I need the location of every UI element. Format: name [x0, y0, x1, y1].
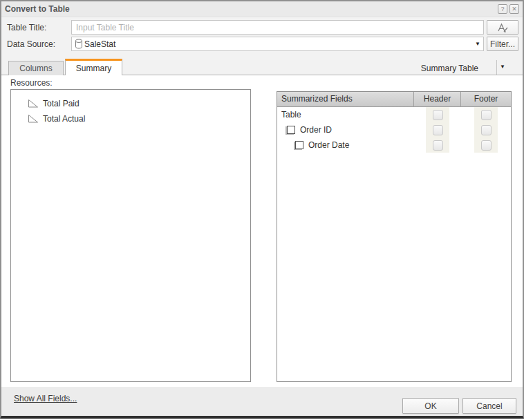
data-source-label: Data Source: [7, 39, 55, 49]
row-label: Order ID [300, 125, 332, 135]
dialog-title: Convert to Table [5, 4, 496, 14]
row-label-wrap: Order Date [277, 137, 414, 153]
row-label: Table [277, 107, 414, 122]
tab-summary[interactable]: Summary [65, 59, 122, 75]
field-checkbox[interactable] [295, 141, 303, 149]
resources-listbox: Total Paid Total Actual [10, 89, 251, 382]
header-checkbox[interactable] [433, 125, 443, 135]
measure-triangle-icon [28, 114, 39, 124]
title-bar: Convert to Table ? ✕ [1, 1, 523, 17]
header-checkbox[interactable] [433, 140, 443, 151]
table-title-label: Table Title: [7, 23, 46, 32]
header-checkbox[interactable] [433, 110, 443, 120]
show-all-fields-link[interactable]: Show All Fields... [14, 394, 77, 403]
ok-button[interactable]: OK [402, 398, 459, 414]
footer-checkbox[interactable] [481, 125, 492, 135]
header-cell-band [426, 107, 449, 122]
convert-to-table-dialog: Convert to Table ? ✕ Table Title: Data S… [0, 0, 524, 419]
summary-type-dropdown-icon[interactable]: ▼ [500, 64, 505, 70]
row-label: Order Date [308, 140, 349, 150]
cancel-button[interactable]: Cancel [462, 398, 516, 414]
header-cell-band [426, 122, 449, 137]
summary-type-separator [496, 60, 497, 75]
filter-button[interactable]: Filter... [487, 37, 518, 51]
table-row: Order Date [277, 137, 511, 153]
field-checkbox[interactable] [287, 126, 295, 134]
footer-cell-band [474, 107, 498, 122]
resource-item[interactable]: Total Paid [28, 96, 250, 111]
tab-columns[interactable]: Columns [8, 61, 64, 75]
resources-label: Resources: [10, 78, 53, 88]
data-source-combobox[interactable]: SaleStat ▼ [71, 37, 484, 51]
column-header-summarized-fields: Summarized Fields [277, 92, 414, 106]
summary-type-selector[interactable]: Summary Table [375, 64, 478, 73]
help-icon[interactable]: ? [498, 4, 507, 14]
table-title-input[interactable] [71, 20, 484, 35]
row-label-wrap: Order ID [277, 122, 414, 137]
tab-content: Resources: Total Paid Total Actual [1, 75, 523, 387]
table-row: Table [277, 107, 511, 122]
grid-header-row: Summarized Fields Header Footer [277, 92, 511, 107]
table-row: Order ID [277, 122, 511, 137]
database-icon [75, 39, 83, 49]
data-source-value: SaleStat [84, 39, 475, 49]
dialog-footer: Show All Fields... OK Cancel [1, 387, 523, 417]
resource-item-label: Total Paid [43, 99, 79, 108]
measure-triangle-icon [28, 99, 39, 108]
footer-checkbox[interactable] [481, 140, 492, 151]
combo-dropdown-icon[interactable]: ▼ [475, 41, 480, 47]
font-style-icon [496, 22, 509, 33]
header-cell-band [426, 137, 449, 153]
column-header-footer: Footer [461, 92, 511, 106]
footer-cell-band [474, 137, 498, 153]
close-icon[interactable]: ✕ [509, 4, 519, 14]
resource-item[interactable]: Total Actual [28, 111, 250, 126]
footer-checkbox[interactable] [481, 110, 492, 120]
font-style-button[interactable] [487, 20, 518, 35]
footer-cell-band [474, 122, 498, 137]
column-header-header: Header [414, 92, 461, 106]
resource-item-label: Total Actual [43, 114, 85, 124]
summarized-fields-grid: Summarized Fields Header Footer Table Or… [277, 91, 512, 382]
